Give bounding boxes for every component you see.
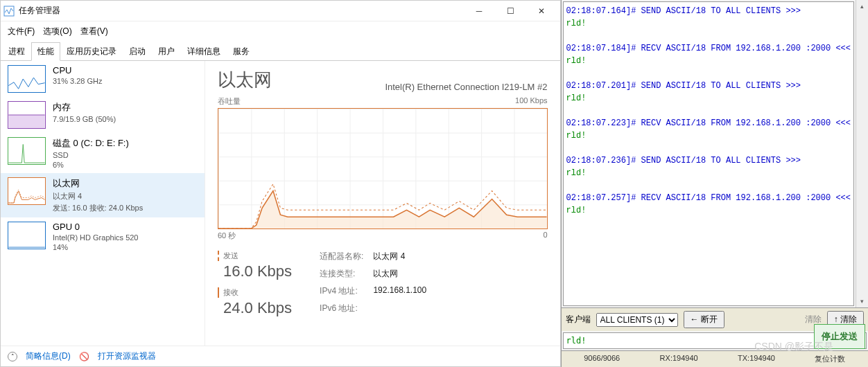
close-button[interactable]: ✕: [526, 1, 557, 21]
sidebar-disk-title: 磁盘 0 (C: D: E: F:): [53, 137, 129, 150]
footer: ˄ 简略信息(D) 🚫 打开资源监视器: [1, 346, 560, 366]
status-count: 9066/9066: [584, 354, 620, 364]
svg-rect-1: [8, 115, 44, 128]
sidebar-mem-sub: 7.9/15.9 GB (50%): [53, 115, 116, 123]
perf-header: 以太网 Intel(R) Ethernet Connection I219-LM…: [218, 68, 548, 92]
chart-top-labels: 吞吐量 100 Kbps: [218, 96, 548, 107]
menu-view[interactable]: 查看(V): [78, 24, 111, 39]
status-tx: TX:194940: [738, 354, 775, 364]
app-icon: [3, 6, 15, 17]
recv-value: 24.0 Kbps: [218, 299, 292, 317]
sidebar-gpu-sub2: 14%: [53, 243, 139, 251]
sidebar-item-gpu[interactable]: GPU 0 Intel(R) HD Graphics 520 14%: [1, 217, 205, 256]
memory-mini-chart: [8, 101, 46, 129]
tab-processes[interactable]: 进程: [2, 42, 31, 61]
send-label: 发送: [218, 251, 292, 261]
tab-details[interactable]: 详细信息: [181, 42, 227, 61]
disk-mini-chart: [8, 137, 46, 165]
chart-label-60s: 60 秒: [218, 231, 236, 241]
chart-label-throughput: 吞吐量: [218, 96, 241, 107]
sidebar-eth-title: 以太网: [53, 177, 143, 190]
recv-stat: 接收 24.0 Kbps: [218, 287, 292, 317]
task-manager-window: 任务管理器 ─ ☐ ✕ 文件(F) 选项(O) 查看(V) 进程 性能 应用历史…: [0, 0, 561, 367]
menu-file[interactable]: 文件(F): [5, 24, 37, 39]
tab-performance[interactable]: 性能: [31, 42, 60, 61]
gpu-mini-chart: [8, 222, 46, 249]
chart-label-zero: 0: [543, 231, 547, 241]
cpu-mini-chart: [8, 65, 46, 93]
tab-users[interactable]: 用户: [152, 42, 181, 61]
perf-subtitle: Intel(R) Ethernet Connection I219-LM #2: [385, 82, 547, 92]
ethernet-mini-chart: [8, 177, 46, 205]
perf-title: 以太网: [218, 68, 272, 92]
sidebar-item-ethernet[interactable]: 以太网 以太网 4 发送: 16.0 接收: 24.0 Kbps: [1, 173, 205, 217]
sidebar-eth-sub2: 发送: 16.0 接收: 24.0 Kbps: [53, 203, 143, 213]
recv-label: 接收: [218, 287, 292, 298]
throughput-chart[interactable]: [218, 108, 548, 229]
performance-body: CPU 31% 3.28 GHz 内存 7.9/15.9 GB (50%): [1, 61, 560, 346]
tab-startup[interactable]: 启动: [123, 42, 152, 61]
main-performance-panel: 以太网 Intel(R) Ethernet Connection I219-LM…: [205, 61, 560, 346]
titlebar[interactable]: 任务管理器 ─ ☐ ✕: [1, 1, 560, 21]
sidebar-disk-sub2: 6%: [53, 161, 129, 169]
window-title: 任务管理器: [19, 5, 464, 17]
ipv4-label: IPv4 地址:: [320, 285, 363, 300]
adapter-label: 适配器名称:: [320, 251, 363, 265]
status-rx: RX:194940: [660, 354, 698, 364]
send-stat: 发送 16.0 Kbps: [218, 251, 292, 280]
sidebar-gpu-title: GPU 0: [53, 222, 139, 232]
resmon-icon: 🚫: [79, 352, 89, 361]
sidebar-item-memory[interactable]: 内存 7.9/15.9 GB (50%): [1, 97, 205, 133]
status-reset[interactable]: 复位计数: [815, 354, 845, 364]
sidebar-item-cpu[interactable]: CPU 31% 3.28 GHz: [1, 61, 205, 97]
log-area[interactable]: 02:18:07.164]# SEND ASCII/18 TO ALL CLIE…: [563, 1, 854, 306]
sidebar-cpu-title: CPU: [53, 65, 103, 75]
client-label: 客户端: [566, 314, 591, 325]
sidebar-cpu-sub: 31% 3.28 GHz: [53, 77, 103, 85]
sidebar: CPU 31% 3.28 GHz 内存 7.9/15.9 GB (50%): [1, 61, 205, 346]
scroll-track[interactable]: [856, 12, 868, 295]
sidebar-gpu-sub1: Intel(R) HD Graphics 520: [53, 233, 139, 242]
conn-label: 连接类型:: [320, 268, 363, 283]
stats-row: 发送 16.0 Kbps 接收 24.0 Kbps 适配器名称: 以太网 4 连…: [218, 251, 548, 317]
scroll-up-icon[interactable]: ▴: [856, 0, 868, 12]
disconnect-button[interactable]: ← 断开: [684, 311, 724, 328]
client-select[interactable]: ALL CLIENTS (1): [596, 313, 678, 327]
chevron-up-icon[interactable]: ˄: [8, 352, 17, 361]
resmon-link[interactable]: 打开资源监视器: [98, 350, 156, 362]
scrollbar[interactable]: ▴ ▾: [856, 0, 868, 307]
menu-options[interactable]: 选项(O): [40, 24, 74, 39]
chart-bottom-labels: 60 秒 0: [218, 231, 548, 241]
svg-marker-3: [218, 191, 547, 229]
menubar: 文件(F) 选项(O) 查看(V): [1, 21, 560, 42]
adapter-value: 以太网 4: [373, 251, 426, 265]
ipv6-value: [373, 303, 426, 317]
tab-bar: 进程 性能 应用历史记录 启动 用户 详细信息 服务: [1, 42, 560, 61]
net-footer: 9066/9066 RX:194940 TX:194940 复位计数: [562, 350, 868, 367]
scroll-down-icon[interactable]: ▾: [856, 295, 868, 307]
window-controls: ─ ☐ ✕: [464, 1, 557, 21]
sidebar-eth-sub1: 以太网 4: [53, 191, 143, 202]
minimize-button[interactable]: ─: [464, 1, 495, 21]
tab-services[interactable]: 服务: [227, 42, 256, 61]
sidebar-disk-sub1: SSD: [53, 151, 129, 159]
maximize-button[interactable]: ☐: [495, 1, 526, 21]
ipv4-value: 192.168.1.100: [373, 285, 426, 300]
sidebar-item-disk[interactable]: 磁盘 0 (C: D: E: F:) SSD 6%: [1, 133, 205, 173]
sidebar-mem-title: 内存: [53, 101, 116, 114]
tab-app-history[interactable]: 应用历史记录: [60, 42, 123, 61]
ipv6-label: IPv6 地址:: [320, 303, 363, 317]
simple-info-link[interactable]: 简略信息(D): [26, 350, 71, 362]
network-tool-window: 02:18:07.164]# SEND ASCII/18 TO ALL CLIE…: [561, 0, 868, 367]
conn-value: 以太网: [373, 268, 426, 283]
chart-label-max: 100 Kbps: [515, 96, 547, 107]
adapter-info: 适配器名称: 以太网 4 连接类型: 以太网 IPv4 地址: 192.168.…: [320, 251, 426, 317]
stop-send-button[interactable]: 停止发送: [814, 324, 865, 349]
send-value: 16.0 Kbps: [218, 262, 292, 280]
